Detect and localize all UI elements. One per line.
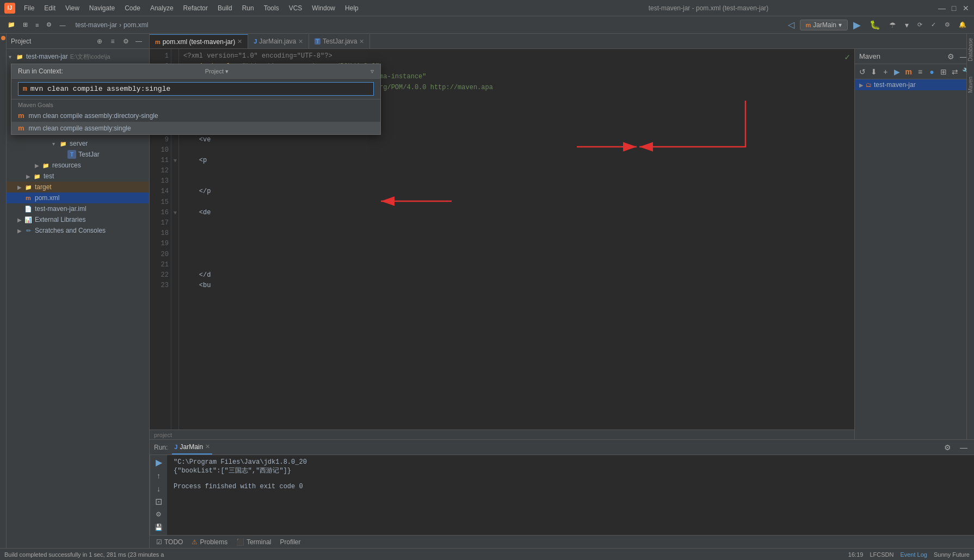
maven-add-btn[interactable]: + <box>880 66 891 78</box>
run-pause-btn[interactable]: ↓ <box>152 483 165 494</box>
fold-marker-11[interactable]: ▾ <box>171 155 178 166</box>
run-step-btn[interactable]: ⊡ <box>152 496 165 507</box>
tree-item-pomxml[interactable]: ▶ m pom.xml <box>7 192 149 203</box>
menu-analyze[interactable]: Analyze <box>146 3 178 13</box>
maven-run-btn[interactable]: ▶ <box>892 66 902 78</box>
sidebar-minimize-btn[interactable]: — <box>133 35 145 47</box>
tab-run[interactable]: J JarMain ✕ <box>172 440 212 455</box>
run-button[interactable]: ▶ <box>850 18 864 32</box>
maven-grid-btn[interactable]: ⊞ <box>938 66 948 78</box>
debug-button[interactable]: 🐛 <box>866 18 884 31</box>
maven-circle-btn[interactable]: ● <box>927 66 937 78</box>
tab-problems[interactable]: ⚠ Problems <box>189 535 230 549</box>
menu-file[interactable]: File <box>20 3 39 13</box>
maven-tree-project[interactable]: ▶ 🗂 test-maven-jar <box>855 79 974 90</box>
run-dialog-input[interactable]: m mvn clean compile assembly:single <box>18 82 374 96</box>
settings-gear-btn[interactable]: ⚙ <box>941 20 953 29</box>
status-event-log[interactable]: Event Log <box>900 551 927 558</box>
tab-close-jarmain[interactable]: ✕ <box>298 38 303 45</box>
toolbar-settings-btn[interactable]: ⚙ <box>43 20 55 29</box>
menu-window[interactable]: Window <box>307 3 340 13</box>
tab-icon-jarmain: J <box>254 38 257 45</box>
tree-label-server: server <box>70 140 88 147</box>
fold-marker-16[interactable]: ▾ <box>171 208 178 218</box>
run-tab-label: Run: <box>154 444 168 451</box>
output-line-3 <box>174 475 967 483</box>
tree-item-extlibs[interactable]: ▶ 📊 External Libraries <box>7 214 149 225</box>
toolbar-project-btn[interactable]: 📁 <box>4 20 19 29</box>
menu-tools[interactable]: Tools <box>260 3 283 13</box>
tab-testjar[interactable]: T TestJar.java ✕ <box>309 34 370 48</box>
tab-jarmain[interactable]: J JarMain.java ✕ <box>248 34 309 48</box>
sidebar-add-btn[interactable]: ⊕ <box>94 35 106 47</box>
tab-profiler[interactable]: Profiler <box>278 535 303 549</box>
breadcrumb-project[interactable]: test-maven-jar <box>75 21 117 29</box>
tab-close-testjar[interactable]: ✕ <box>359 38 364 45</box>
menu-edit[interactable]: Edit <box>40 3 60 13</box>
run-dialog-suggestion-1[interactable]: m mvn clean compile assembly:directory-s… <box>11 109 380 122</box>
tree-item-root[interactable]: ▾ 📁 test-maven-jar E:\文档\code\ja <box>7 51 149 62</box>
run-panel-minimize-btn[interactable]: — <box>958 441 970 453</box>
code-empty-21 <box>183 260 187 270</box>
run-config-selector[interactable]: m JarMain ▾ <box>800 20 848 30</box>
toolbar-minimize-btn[interactable]: — <box>56 21 69 29</box>
menu-vcs[interactable]: VCS <box>285 3 307 13</box>
code-line-15 <box>183 197 850 208</box>
run-dialog-input-row[interactable]: m mvn clean compile assembly:single <box>11 79 380 99</box>
sidebar-gear-btn[interactable]: ⚙ <box>120 35 132 47</box>
tree-arrow-target: ▶ <box>17 184 24 190</box>
tab-close-pomxml[interactable]: ✕ <box>237 38 242 45</box>
run-gear-btn[interactable]: ⚙ <box>152 509 165 520</box>
tree-item-server[interactable]: ▾ 📁 server <box>7 138 149 149</box>
run-tab-close[interactable]: ✕ <box>205 443 210 450</box>
menu-view[interactable]: View <box>61 3 84 13</box>
maven-refresh-btn[interactable]: ↺ <box>857 66 867 78</box>
menu-refactor[interactable]: Refactor <box>179 3 212 13</box>
run-play-btn[interactable]: ▶ <box>152 457 165 468</box>
maven-side-label[interactable]: Maven <box>967 77 973 93</box>
commit-btn[interactable]: ✓ <box>928 20 939 29</box>
tree-item-scratches[interactable]: ▶ ✏ Scratches and Consoles <box>7 225 149 236</box>
notifications-btn[interactable]: 🔔 <box>955 20 970 29</box>
run-in-context-dialog[interactable]: Run in Context: Project ▾ ▿ m mvn clean … <box>11 64 381 135</box>
tree-item-test[interactable]: ▶ 📁 test <box>7 171 149 182</box>
code-line-18 <box>183 228 850 239</box>
toolbar-collapse-btn[interactable]: ≡ <box>32 21 42 29</box>
code-text-22: </d <box>183 270 211 281</box>
tree-item-testjar[interactable]: ▶ T TestJar <box>7 149 149 160</box>
run-dialog-filter-icon[interactable]: ▿ <box>371 67 374 75</box>
tree-item-resources[interactable]: ▶ 📁 resources <box>7 160 149 171</box>
more-run-btn[interactable]: ▾ <box>902 20 912 30</box>
coverage-button[interactable]: ☂ <box>886 20 899 30</box>
maven-download-btn[interactable]: ⬇ <box>868 66 879 78</box>
tree-item-target[interactable]: ▶ 📁 target <box>7 182 149 192</box>
menu-run[interactable]: Run <box>238 3 258 13</box>
maven-settings-btn[interactable]: ⚙ <box>945 51 957 63</box>
maximize-button[interactable]: □ <box>950 4 958 12</box>
menu-help[interactable]: Help <box>341 3 363 13</box>
tab-todo[interactable]: ☑ TODO <box>154 535 185 549</box>
toolbar-structure-btn[interactable]: ⊞ <box>20 20 31 29</box>
database-label[interactable]: Database <box>967 38 973 61</box>
maven-sync-btn[interactable]: ⇄ <box>950 66 960 78</box>
close-button[interactable]: ✕ <box>962 4 970 12</box>
run-stop-btn[interactable]: ↑ <box>152 470 165 481</box>
run-panel-settings-btn[interactable]: ⚙ <box>941 441 953 453</box>
menu-build[interactable]: Build <box>213 3 237 13</box>
run-config-name: JarMain <box>813 21 836 29</box>
run-dialog-project-label[interactable]: Project ▾ <box>205 68 229 75</box>
vcs-update-btn[interactable]: ⟳ <box>914 20 926 29</box>
run-dialog-suggestion-2[interactable]: m mvn clean compile assembly:single <box>11 122 380 134</box>
menu-code[interactable]: Code <box>120 3 145 13</box>
tree-item-iml[interactable]: ▶ 📄 test-maven-jar.iml <box>7 203 149 214</box>
minimize-button[interactable]: — <box>938 4 946 12</box>
tab-pomxml[interactable]: m pom.xml (test-maven-jar) ✕ <box>150 34 248 48</box>
breadcrumb-file[interactable]: pom.xml <box>124 21 148 29</box>
maven-list-btn[interactable]: ≡ <box>915 66 925 78</box>
sidebar-collapse-all-btn[interactable]: ≡ <box>107 35 119 47</box>
tab-terminal[interactable]: ⬛ Terminal <box>234 535 273 549</box>
run-save-btn[interactable]: 💾 <box>152 522 165 533</box>
maven-m-btn[interactable]: m <box>903 66 914 78</box>
back-button[interactable]: ◁ <box>785 18 798 31</box>
menu-navigate[interactable]: Navigate <box>85 3 119 13</box>
